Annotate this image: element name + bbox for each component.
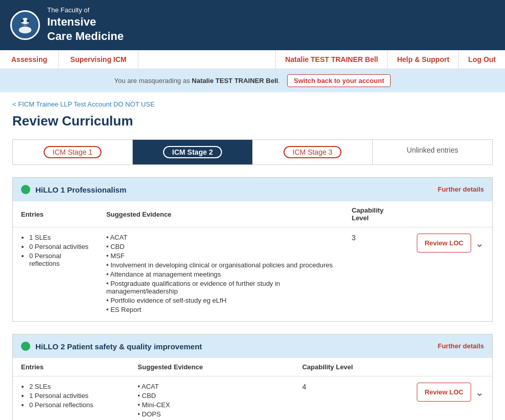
nav-help[interactable]: Help & Support: [387, 50, 458, 69]
hillo-1-capability-cell: 3: [344, 227, 409, 322]
header-top-line: The Faculty of: [47, 6, 124, 15]
tab-icm-stage-1[interactable]: ICM Stage 1: [13, 140, 133, 164]
hillo-2-evidence-list: ACAT CBD Mini-CEX DOPS MSF Involvement i…: [138, 383, 286, 420]
hillo-1-review-loc-button[interactable]: Review LOC: [417, 234, 471, 253]
header-main-line: Intensive Care Medicine: [47, 15, 124, 44]
logo-area: The Faculty of Intensive Care Medicine: [10, 6, 124, 44]
hillo-2-col-capability: Capability Level: [294, 358, 382, 376]
page-title: Review Curriculum: [12, 113, 493, 129]
hillo-1-data-row: 1 SLEs 0 Personal activities 0 Personal …: [13, 227, 492, 322]
tab-stage-3-label: ICM Stage 3: [284, 146, 342, 158]
list-item: Involvement in developing clinical or or…: [106, 261, 335, 269]
list-item: Mini-CEX: [138, 401, 286, 409]
list-item: CBD: [138, 392, 286, 400]
hillo-1-evidence-cell: ACAT CBD MSF Involvement in developing c…: [98, 227, 344, 322]
nav-user: Natalie TEST TRAINER Bell: [275, 50, 387, 69]
main-content: FICM Trainee LLP Test Account DO NOT USE…: [0, 92, 505, 420]
hillo-1-action-cell: Review LOC ⌄: [409, 227, 492, 322]
logo-icon: [10, 10, 40, 40]
nav-left: Assessing Supervising ICM: [0, 50, 138, 69]
list-item: ACAT: [138, 383, 286, 390]
hillo-2-status-dot: [21, 342, 30, 351]
switch-account-button[interactable]: Switch back to your account: [287, 74, 391, 87]
list-item: ACAT: [106, 234, 335, 241]
hillo-1-section: HiLLO 1 Professionalism Further details …: [12, 177, 493, 322]
hillo-2-col-entries: Entries: [13, 358, 130, 376]
hillo-2-entries-list: 2 SLEs 1 Personal activities 0 Personal …: [21, 383, 122, 409]
svg-point-3: [27, 19, 30, 23]
list-item: 2 SLEs: [29, 383, 122, 390]
list-item: CBD: [106, 243, 335, 250]
list-item: 1 SLEs: [29, 234, 90, 241]
hillo-2-action-cell: Review LOC ⌄: [382, 376, 492, 420]
hillo-2-actions: Review LOC ⌄: [391, 383, 484, 402]
list-item: 1 Personal activities: [29, 392, 122, 400]
hillo-1-actions: Review LOC ⌄: [417, 234, 484, 253]
tab-unlinked[interactable]: Unlinked entries: [373, 140, 492, 164]
nav-right: Natalie TEST TRAINER Bell Help & Support…: [275, 50, 505, 69]
list-item: Portfolio evidence of self-study eg eLfH: [106, 297, 335, 304]
tab-icm-stage-3[interactable]: ICM Stage 3: [253, 140, 373, 164]
hillo-2-col-evidence: Suggested Evidence: [130, 358, 294, 376]
tab-stage-1-label: ICM Stage 1: [44, 146, 102, 158]
list-item: MSF: [106, 252, 335, 260]
hillo-1-col-evidence: Suggested Evidence: [98, 201, 344, 227]
list-item: Attendance at management meetings: [106, 270, 335, 278]
hillo-1-evidence-list: ACAT CBD MSF Involvement in developing c…: [106, 234, 335, 313]
list-item: ES Report: [106, 306, 335, 313]
hillo-2-capability-value: 4: [302, 383, 306, 391]
nav-assessing[interactable]: Assessing: [0, 50, 59, 69]
hillo-1-expand-icon[interactable]: ⌄: [475, 237, 484, 249]
hillo-1-table: Entries Suggested Evidence Capability Le…: [13, 201, 492, 321]
masquerade-banner: You are masquerading as Natalie TEST TRA…: [0, 69, 505, 92]
breadcrumb[interactable]: FICM Trainee LLP Test Account DO NOT USE: [12, 100, 493, 108]
hillo-1-capability-value: 3: [352, 234, 356, 242]
hillo-2-expand-icon[interactable]: ⌄: [475, 386, 484, 398]
navbar: Assessing Supervising ICM Natalie TEST T…: [0, 50, 505, 69]
masquerade-text: You are masquerading as Natalie TEST TRA…: [114, 77, 280, 85]
svg-point-2: [21, 19, 24, 23]
nav-logout[interactable]: Log Out: [458, 50, 505, 69]
tab-stage-2-label: ICM Stage 2: [163, 146, 222, 158]
list-item: 0 Personal reflections: [29, 401, 122, 409]
hillo-2-further-details[interactable]: Further details: [438, 342, 484, 351]
hillo-1-entries-cell: 1 SLEs 0 Personal activities 0 Personal …: [13, 227, 98, 322]
hillo-1-header: HiLLO 1 Professionalism Further details: [13, 178, 492, 201]
hillo-2-title: HiLLO 2 Patient safety & quality improve…: [35, 342, 202, 351]
hillo-2-review-loc-button[interactable]: Review LOC: [417, 383, 471, 402]
list-item: DOPS: [138, 410, 286, 418]
hillo-2-title-area: HiLLO 2 Patient safety & quality improve…: [21, 342, 202, 351]
hillo-2-capability-cell: 4: [294, 376, 382, 420]
svg-point-1: [19, 27, 32, 33]
header-title: The Faculty of Intensive Care Medicine: [47, 6, 124, 44]
list-item: Postgraduate qualifications or evidence …: [106, 280, 335, 295]
list-item: 0 Personal reflections: [29, 252, 90, 267]
hillo-1-title-area: HiLLO 1 Professionalism: [21, 185, 127, 194]
hillo-1-title: HiLLO 1 Professionalism: [35, 185, 127, 194]
list-item: 0 Personal activities: [29, 243, 90, 250]
hillo-2-data-row: 2 SLEs 1 Personal activities 0 Personal …: [13, 376, 492, 420]
hillo-1-col-entries: Entries: [13, 201, 98, 227]
nav-supervising[interactable]: Supervising ICM: [59, 50, 138, 69]
hillo-2-entries-cell: 2 SLEs 1 Personal activities 0 Personal …: [13, 376, 130, 420]
tab-unlinked-label: Unlinked entries: [407, 146, 458, 154]
stage-tabs: ICM Stage 1 ICM Stage 2 ICM Stage 3 Unli…: [12, 139, 493, 165]
hillo-2-section: HiLLO 2 Patient safety & quality improve…: [12, 334, 493, 420]
hillo-2-evidence-cell: ACAT CBD Mini-CEX DOPS MSF Involvement i…: [130, 376, 294, 420]
hillo-1-status-dot: [21, 185, 30, 194]
hillo-2-header: HiLLO 2 Patient safety & quality improve…: [13, 334, 492, 358]
hillo-1-col-capability: Capability Level: [344, 201, 409, 227]
hillo-1-entries-list: 1 SLEs 0 Personal activities 0 Personal …: [21, 234, 90, 267]
tab-icm-stage-2[interactable]: ICM Stage 2: [133, 140, 253, 164]
hillo-1-further-details[interactable]: Further details: [438, 185, 484, 194]
page-header: The Faculty of Intensive Care Medicine: [0, 0, 505, 50]
hillo-2-table: Entries Suggested Evidence Capability Le…: [13, 358, 492, 420]
